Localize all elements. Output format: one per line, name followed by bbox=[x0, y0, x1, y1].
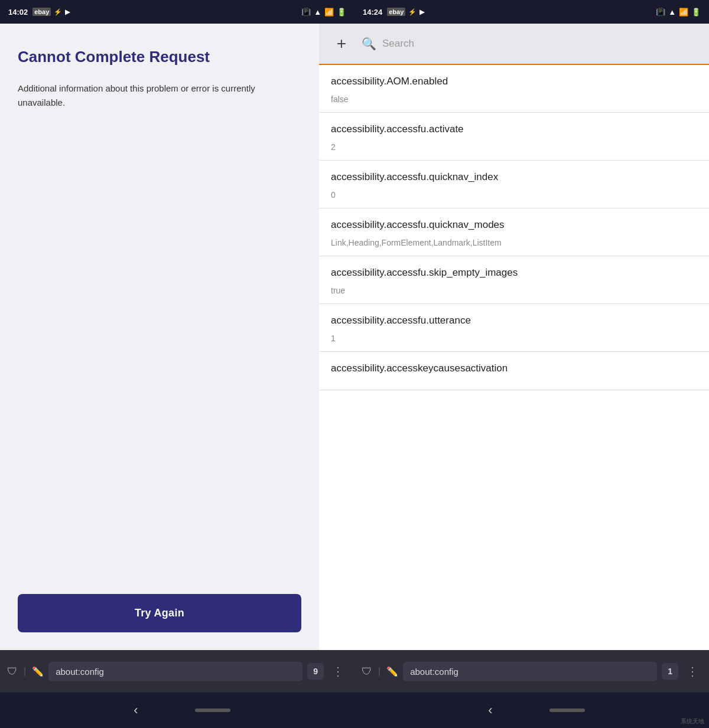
left-menu-button[interactable]: ⋮ bbox=[329, 662, 347, 681]
list-item[interactable]: accessibility.accessfu.quicknav_index 0 bbox=[319, 161, 709, 208]
left-status-bar: 14:02 ebay ⚡ ▶ 📳 ▲ 📶 🔋 bbox=[0, 0, 354, 24]
left-panel: Cannot Complete Request Additional infor… bbox=[0, 24, 319, 650]
config-value: Link,Heading,FormElement,Landmark,ListIt… bbox=[331, 238, 697, 247]
list-item[interactable]: accessibility.accessfu.quicknav_modes Li… bbox=[319, 208, 709, 256]
status-bars: 14:02 ebay ⚡ ▶ 📳 ▲ 📶 🔋 14:24 ebay ⚡ ▶ bbox=[0, 0, 709, 24]
list-item[interactable]: accessibility.accessfu.activate 2 bbox=[319, 113, 709, 161]
right-ebay-icon: ebay bbox=[387, 8, 405, 16]
signal-icon: 📶 bbox=[324, 8, 334, 17]
right-menu-button[interactable]: ⋮ bbox=[683, 662, 702, 681]
left-shield-icon: 🛡 bbox=[7, 665, 18, 678]
left-status-icons: ebay ⚡ ▶ bbox=[32, 8, 70, 16]
browser-nav-bars: 🛡 | ✏️ 9 ⋮ 🛡 | ✏️ 1 ⋮ bbox=[0, 650, 709, 693]
right-status-icons: ebay ⚡ ▶ bbox=[387, 8, 424, 16]
right-divider: | bbox=[378, 666, 380, 677]
config-value: false bbox=[331, 94, 697, 104]
right-wifi-icon: ▲ bbox=[668, 8, 676, 17]
wifi-icon: ▲ bbox=[314, 8, 321, 17]
try-again-button[interactable]: Try Again bbox=[18, 594, 301, 632]
right-url-bar[interactable] bbox=[403, 662, 657, 681]
search-box: 🔍 bbox=[362, 37, 700, 51]
config-key: accessibility.accessfu.quicknav_index bbox=[331, 171, 697, 183]
config-value: 0 bbox=[331, 190, 697, 200]
config-list: accessibility.AOM.enabled false accessib… bbox=[319, 65, 709, 650]
config-key: accessibility.AOM.enabled bbox=[331, 76, 697, 87]
plus-icon: + bbox=[337, 34, 346, 53]
error-description: Additional information about this proble… bbox=[18, 81, 301, 110]
right-edit-icon: ✏️ bbox=[386, 666, 398, 677]
left-divider: | bbox=[24, 666, 26, 677]
list-item[interactable]: accessibility.AOM.enabled false bbox=[319, 65, 709, 113]
right-back-button[interactable]: ‹ bbox=[479, 698, 502, 723]
left-tab-count[interactable]: 9 bbox=[307, 663, 324, 680]
left-edit-icon: ✏️ bbox=[32, 666, 44, 677]
bottom-navigation: ‹ ‹ 系统天地 bbox=[0, 693, 709, 728]
list-item[interactable]: accessibility.accessfu.utterance 1 bbox=[319, 304, 709, 352]
main-content: Cannot Complete Request Additional infor… bbox=[0, 24, 709, 650]
config-value: true bbox=[331, 286, 697, 295]
config-key: accessibility.accessfu.activate bbox=[331, 123, 697, 135]
right-battery-icon: 🔋 bbox=[691, 8, 701, 17]
left-url-bar[interactable] bbox=[48, 662, 303, 681]
right-nav-bar: 🛡 | ✏️ 1 ⋮ bbox=[354, 650, 709, 693]
battery-icon: 🔋 bbox=[337, 8, 346, 17]
left-right-icons: 📳 ▲ 📶 🔋 bbox=[301, 8, 346, 17]
left-home-pill bbox=[195, 709, 230, 712]
list-item[interactable]: accessibility.accesskeycausesactivation bbox=[319, 352, 709, 390]
right-panel: + 🔍 accessibility.AOM.enabled false acce… bbox=[319, 24, 709, 650]
right-time: 14:24 bbox=[363, 8, 382, 17]
right-bottom-nav: ‹ 系统天地 bbox=[354, 693, 709, 728]
left-bottom-nav: ‹ bbox=[0, 693, 354, 728]
list-item[interactable]: accessibility.accessfu.skip_empty_images… bbox=[319, 256, 709, 304]
config-key: accessibility.accessfu.utterance bbox=[331, 315, 697, 327]
config-toolbar: + 🔍 bbox=[319, 24, 709, 65]
right-status-bar: 14:24 ebay ⚡ ▶ 📳 ▲ 📶 🔋 bbox=[354, 0, 709, 24]
left-time: 14:02 bbox=[8, 8, 28, 17]
play-icon: ▶ bbox=[65, 8, 70, 16]
fairy-icon: ⚡ bbox=[54, 8, 62, 16]
ebay-icon: ebay bbox=[32, 8, 51, 16]
config-key: accessibility.accessfu.quicknav_modes bbox=[331, 219, 697, 231]
right-home-pill bbox=[549, 709, 585, 712]
right-shield-icon: 🛡 bbox=[362, 665, 372, 678]
left-back-button[interactable]: ‹ bbox=[124, 698, 147, 723]
config-key: accessibility.accessfu.skip_empty_images bbox=[331, 267, 697, 279]
watermark: 系统天地 bbox=[681, 717, 704, 726]
vibrate-icon: 📳 bbox=[301, 8, 311, 17]
right-right-icons: 📳 ▲ 📶 🔋 bbox=[656, 8, 701, 17]
right-fairy-icon: ⚡ bbox=[408, 8, 417, 16]
config-key: accessibility.accesskeycausesactivation bbox=[331, 363, 697, 374]
config-value: 1 bbox=[331, 334, 697, 343]
right-tab-count[interactable]: 1 bbox=[662, 663, 678, 680]
right-signal-icon: 📶 bbox=[679, 8, 688, 17]
right-play-icon: ▶ bbox=[419, 8, 424, 16]
search-input[interactable] bbox=[382, 38, 700, 50]
error-title: Cannot Complete Request bbox=[18, 47, 301, 67]
search-icon: 🔍 bbox=[362, 37, 376, 51]
right-vibrate-icon: 📳 bbox=[656, 8, 665, 17]
left-nav-bar: 🛡 | ✏️ 9 ⋮ bbox=[0, 650, 354, 693]
add-config-button[interactable]: + bbox=[329, 31, 354, 57]
config-value: 2 bbox=[331, 142, 697, 152]
